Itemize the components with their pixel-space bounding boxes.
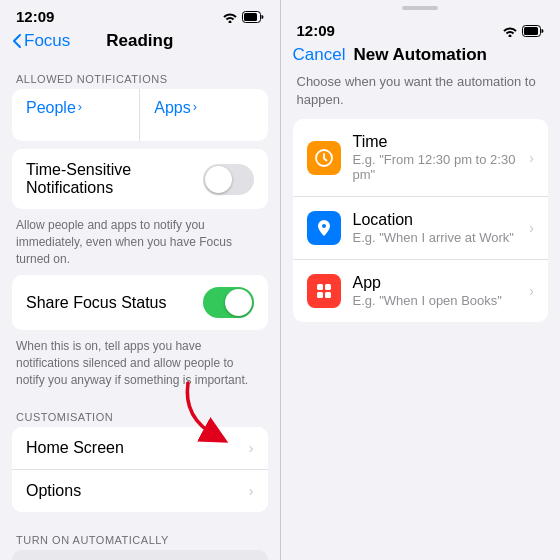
automation-options-card: Time E.g. "From 12:30 pm to 2:30 pm" › L… [293,119,549,322]
apps-cell[interactable]: Apps › [140,89,267,141]
allowed-section-label: ALLOWED NOTIFICATIONS [0,59,280,89]
share-focus-helper: When this is on, tell apps you have noti… [0,334,280,396]
location-automation-row[interactable]: Location E.g. "When I arrive at Work" › [293,197,549,260]
time-right: 12:09 [297,22,335,39]
battery-icon [242,11,264,23]
time-icon-circle [307,141,341,175]
svg-rect-10 [325,292,331,298]
auto-section: Have it turn on at a set time, location … [12,550,268,560]
app-name: App [353,274,530,292]
location-info: Location E.g. "When I arrive at Work" [353,211,530,245]
drag-handle [402,6,438,10]
location-icon-circle [307,211,341,245]
people-cell[interactable]: People › [12,89,140,141]
location-icon [314,218,334,238]
time-sensitive-helper: Allow people and apps to notify you imme… [0,213,280,275]
svg-rect-1 [244,13,257,21]
turn-on-label: TURN ON AUTOMATICALLY [0,520,280,550]
chevron-icon-2: › [249,483,254,499]
customisation-card: Home Screen › Options › [12,427,268,512]
toggle-knob [205,166,232,193]
share-focus-label: Share Focus Status [26,294,203,312]
app-icon [314,281,334,301]
time-info: Time E.g. "From 12:30 pm to 2:30 pm" [353,133,530,182]
time-sensitive-label: Time-Sensitive Notifications [26,161,203,197]
left-header: Focus Reading [0,29,280,59]
app-icon-circle [307,274,341,308]
page-title-left: Reading [106,31,173,51]
wifi-icon [222,11,238,23]
left-panel: 12:09 Focus Reading ALLOWED NOTIFICATION… [0,0,281,560]
time-name: Time [353,133,530,151]
new-automation-title: New Automation [354,45,487,65]
time-chevron-icon: › [529,150,534,166]
allowed-row: People › Apps › [12,89,268,141]
location-name: Location [353,211,530,229]
app-desc: E.g. "When I open Books" [353,293,530,308]
svg-rect-7 [317,284,323,290]
time-left: 12:09 [16,8,54,25]
time-sensitive-row: Time-Sensitive Notifications [12,149,268,209]
status-icons-right [502,25,544,37]
wifi-icon-right [502,25,518,37]
status-bar-right: 12:09 [281,14,561,43]
customisation-label: CUSTOMISATION [0,397,280,427]
toggle-knob-on [225,289,252,316]
location-chevron-icon: › [529,220,534,236]
svg-rect-5 [524,27,538,35]
time-desc: E.g. "From 12:30 pm to 2:30 pm" [353,152,530,182]
back-chevron-icon [12,33,22,49]
chevron-icon: › [249,440,254,456]
battery-icon-right [522,25,544,37]
options-row[interactable]: Options › [12,470,268,512]
app-automation-row[interactable]: App E.g. "When I open Books" › [293,260,549,322]
share-focus-row: Share Focus Status [12,275,268,330]
svg-rect-9 [317,292,323,298]
right-panel: 12:09 Cancel New Automation Choose when … [281,0,561,560]
auto-trigger-row[interactable]: Have it turn on at a set time, location … [12,550,268,560]
allowed-card: People › Apps › [12,89,268,141]
status-bar-left: 12:09 [0,0,280,29]
home-screen-row[interactable]: Home Screen › [12,427,268,470]
clock-icon [314,148,334,168]
location-desc: E.g. "When I arrive at Work" [353,230,530,245]
time-sensitive-toggle[interactable] [203,164,254,195]
cancel-button[interactable]: Cancel [293,45,346,65]
time-automation-row[interactable]: Time E.g. "From 12:30 pm to 2:30 pm" › [293,119,549,197]
status-icons-left [222,11,264,23]
app-chevron-icon: › [529,283,534,299]
svg-rect-8 [325,284,331,290]
right-header: Cancel New Automation [281,43,561,73]
share-focus-toggle[interactable] [203,287,254,318]
app-info: App E.g. "When I open Books" [353,274,530,308]
automation-subtitle: Choose when you want the automation to h… [281,73,561,119]
back-button[interactable]: Focus [12,31,70,51]
